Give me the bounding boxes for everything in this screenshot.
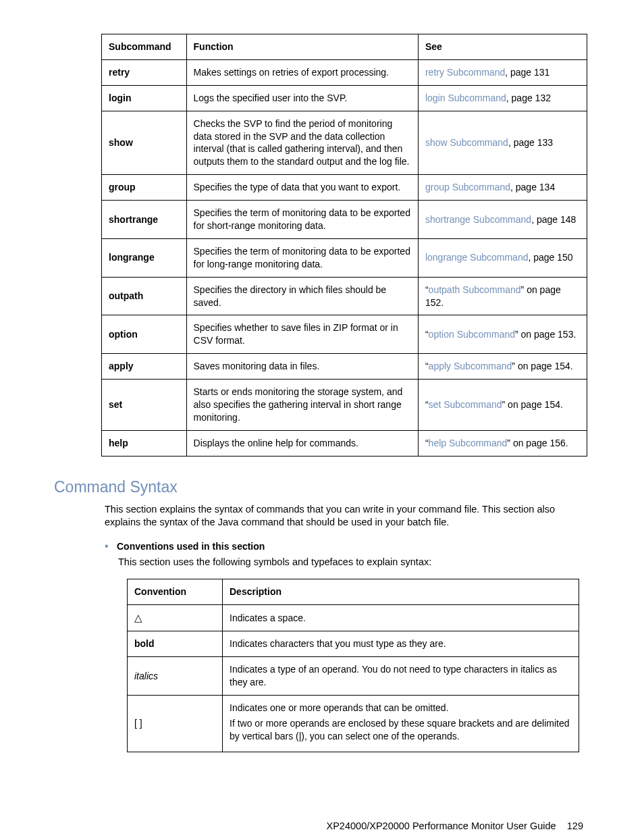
subcommand-function: Specifies the term of monitoring data to… [186,201,418,239]
header-convention: Convention [128,579,223,605]
see-suffix: ” on page 153. [515,329,576,340]
subcommand-see: login Subcommand, page 132 [418,85,587,111]
table-row: setStarts or ends monitoring the storage… [102,380,587,431]
convention-symbol: △ [128,604,223,631]
subcommand-name: login [102,85,187,111]
subcommand-link[interactable]: retry Subcommand [425,67,505,78]
page-footer: XP24000/XP20000 Performance Monitor User… [54,820,590,833]
subcommand-link[interactable]: apply Subcommand [429,361,512,371]
table-header-row: Subcommand Function See [102,34,587,60]
subcommand-name: set [102,380,187,431]
convention-description: Indicates a type of an operand. You do n… [223,657,579,696]
footer-page-number: 129 [567,820,583,831]
subcommand-link[interactable]: shortrange Subcommand [425,214,531,225]
convention-italic: italics [134,671,158,681]
table-row: △Indicates a space. [128,604,579,631]
header-see: See [418,34,587,60]
subcommands-table: Subcommand Function See retryMakes setti… [101,34,587,457]
bullet-conventions-label: Conventions used in this section [117,541,265,552]
subcommand-see: “set Subcommand” on page 154. [418,380,587,431]
table-row: groupSpecifies the type of data that you… [102,175,587,201]
subcommand-see: show Subcommand, page 133 [418,111,587,175]
subcommand-name: show [102,111,187,175]
table-row: retryMakes settings on retries of export… [102,59,587,85]
subcommand-function: Specifies the term of monitoring data to… [186,238,418,277]
see-suffix: ” on page 156. [507,438,568,448]
table-row: optionSpecifies whether to save files in… [102,315,587,354]
convention-symbol: bold [128,631,223,657]
subcommand-link[interactable]: set Subcommand [429,399,502,410]
see-suffix: , page 133 [508,137,553,148]
convention-symbol: [ ] [128,695,223,752]
table-row: helpDisplays the online help for command… [102,430,587,456]
subcommand-name: outpath [102,277,187,315]
table-row: loginLogs the specified user into the SV… [102,85,587,111]
section-intro: This section explains the syntax of comm… [105,503,590,529]
subcommand-see: retry Subcommand, page 131 [418,59,587,85]
description-line: If two or more operands are enclosed by … [230,717,572,743]
subcommand-link[interactable]: show Subcommand [425,137,508,148]
header-subcommand: Subcommand [102,34,187,60]
subcommand-function: Logs the specified user into the SVP. [186,85,418,111]
see-suffix: ” on page 154. [512,361,572,371]
subcommand-link[interactable]: group Subcommand [425,182,510,192]
table-row: shortrangeSpecifies the term of monitori… [102,201,587,239]
table-row: outpathSpecifies the directory in which … [102,277,587,315]
table-row: applySaves monitoring data in files.“app… [102,354,587,380]
subcommand-name: apply [102,354,187,380]
convention-description: Indicates characters that you must type … [223,631,579,657]
subcommand-link[interactable]: longrange Subcommand [425,252,529,263]
footer-title: XP24000/XP20000 Performance Monitor User… [327,820,556,831]
subcommand-see: “help Subcommand” on page 156. [418,430,587,456]
convention-symbol: italics [128,657,223,696]
convention-description: Indicates one or more operands that can … [223,695,579,752]
subcommand-see: group Subcommand, page 134 [418,175,587,201]
subcommand-function: Makes settings on retries of export proc… [186,59,418,85]
see-suffix: , page 131 [505,67,549,78]
subcommand-name: option [102,315,187,354]
section-heading-command-syntax: Command Syntax [54,477,590,498]
subcommand-function: Starts or ends monitoring the storage sy… [186,380,418,431]
see-suffix: , page 134 [510,182,555,192]
table-header-row: Convention Description [128,579,579,605]
convention-description: Indicates a space. [223,604,579,631]
subcommand-link[interactable]: login Subcommand [425,93,506,103]
subcommand-see: “outpath Subcommand” on page 152. [418,277,587,315]
subcommand-name: shortrange [102,201,187,239]
subcommand-link[interactable]: outpath Subcommand [429,284,521,295]
subcommand-see: “option Subcommand” on page 153. [418,315,587,354]
description-line: Indicates one or more operands that can … [230,702,572,714]
subcommand-function: Specifies the type of data that you want… [186,175,418,201]
triangle-icon: △ [134,611,142,625]
table-row: boldIndicates characters that you must t… [128,631,579,657]
subcommand-see: shortrange Subcommand, page 148 [418,201,587,239]
subcommand-link[interactable]: option Subcommand [429,329,515,340]
header-description: Description [223,579,579,605]
see-suffix: ” on page 154. [502,399,563,410]
table-row: longrangeSpecifies the term of monitorin… [102,238,587,277]
subcommand-function: Displays the online help for commands. [186,430,418,456]
subcommand-name: retry [102,59,187,85]
subcommand-function: Specifies whether to save files in ZIP f… [186,315,418,354]
see-suffix: , page 132 [506,93,551,103]
conventions-table: Convention Description △Indicates a spac… [127,579,579,752]
subcommand-see: “apply Subcommand” on page 154. [418,354,587,380]
bullet-conventions: Conventions used in this section [105,539,590,554]
subcommand-name: help [102,430,187,456]
subcommand-function: Checks the SVP to find the period of mon… [186,111,418,175]
see-suffix: , page 148 [531,214,576,225]
see-suffix: , page 150 [528,252,572,263]
convention-bold: bold [134,638,155,649]
subcommand-name: longrange [102,238,187,277]
conventions-intro: This section uses the following symbols … [118,556,590,569]
table-row: italicsIndicates a type of an operand. Y… [128,657,579,696]
table-row: [ ]Indicates one or more operands that c… [128,695,579,752]
subcommand-function: Specifies the directory in which files s… [186,277,418,315]
subcommand-link[interactable]: help Subcommand [429,438,508,448]
header-function: Function [186,34,418,60]
table-row: showChecks the SVP to find the period of… [102,111,587,175]
subcommand-see: longrange Subcommand, page 150 [418,238,587,277]
subcommand-name: group [102,175,187,201]
subcommand-function: Saves monitoring data in files. [186,354,418,380]
